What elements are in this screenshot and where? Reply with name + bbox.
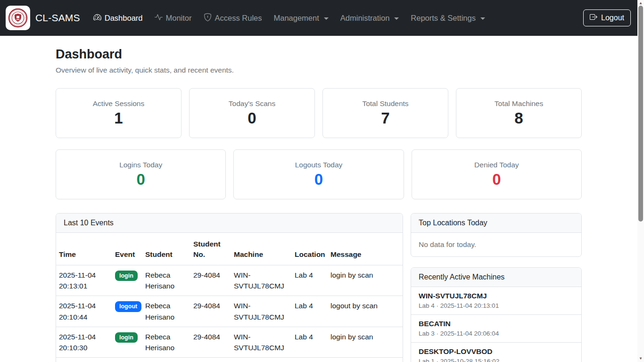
- main-content: Dashboard Overview of live activity, qui…: [0, 36, 637, 362]
- nav-item-administration[interactable]: Administration: [338, 10, 402, 26]
- stat-card-logins-today: Logins Today 0: [56, 149, 226, 199]
- event-time: 2025-11-04 20:13:01: [56, 265, 111, 296]
- chevron-down-icon: [324, 17, 329, 20]
- stat-label: Denied Today: [474, 161, 519, 169]
- event-student-no: 29-4084: [190, 327, 230, 358]
- nav-item-reports-settings[interactable]: Reports & Settings: [408, 10, 488, 26]
- scrollbar[interactable]: ▲ ▼: [637, 0, 644, 362]
- last-events-card: Last 10 Events Time Event Student Studen…: [56, 213, 403, 362]
- stat-label: Today's Scans: [229, 99, 275, 108]
- nav-label: Management: [273, 14, 319, 23]
- event-message: login by scan: [327, 265, 403, 296]
- events-header-row: Time Event Student Student No. Machine L…: [56, 233, 403, 265]
- nav-item-monitor[interactable]: Monitor: [152, 9, 195, 27]
- seal-icon: [8, 8, 28, 28]
- scrollbar-thumb[interactable]: [638, 6, 643, 222]
- status-badge: login: [115, 271, 138, 281]
- event-machine: WIN-SVTUJL78CMJ: [230, 296, 291, 327]
- event-student: Rebeca Herisano: [141, 265, 190, 296]
- event-time: 2025-11-04 20:10:44: [56, 296, 111, 327]
- stat-card-todays-scans: Today's Scans 0: [189, 88, 315, 138]
- event-location: Lab 4: [291, 265, 327, 296]
- stat-card-total-students: Total Students 7: [322, 88, 448, 138]
- stat-value: 8: [514, 109, 523, 127]
- chevron-down-icon: [394, 17, 399, 20]
- stat-label: Logouts Today: [295, 161, 343, 169]
- stat-label: Total Students: [362, 99, 408, 108]
- logout-label: Logout: [601, 14, 624, 22]
- event-machine: WIN-SVTUJL78CMJ: [230, 327, 291, 358]
- event-location: Lab 4: [291, 327, 327, 358]
- stats-row-2: Logins Today 0 Logouts Today 0 Denied To…: [56, 149, 582, 199]
- event-time: 2025-11-04 20:10:30: [56, 327, 111, 358]
- nav-links: Dashboard Monitor Access Rules: [91, 9, 488, 27]
- col-header-student: Student: [141, 233, 190, 265]
- logout-button[interactable]: Logout: [583, 9, 631, 26]
- col-header-event: Event: [111, 233, 141, 265]
- last-events-title: Last 10 Events: [56, 214, 403, 233]
- stat-value: 0: [314, 171, 323, 189]
- nav-label: Reports & Settings: [411, 14, 476, 23]
- list-item: BECATIN Lab 3 · 2025-11-04 20:06:04: [411, 315, 581, 343]
- table-row: 2025-11-04 20:10:30 login Rebeca Herisan…: [56, 327, 403, 358]
- event-location: Lab 4: [291, 296, 327, 327]
- stat-label: Logins Today: [119, 161, 162, 169]
- box-arrow-right-icon: [590, 13, 597, 23]
- events-table: Time Event Student Student No. Machine L…: [56, 233, 403, 362]
- status-badge: logout: [115, 301, 141, 312]
- table-row: 2025-11-04 20:10:44 logout Rebeca Herisa…: [56, 296, 403, 327]
- event-machine: WIN-SVTUJL78CMJ: [230, 265, 291, 296]
- event-student-no: 29-4084: [190, 265, 230, 296]
- event-time: 2025-11-04 20:10:27: [56, 358, 111, 362]
- shield-icon: [204, 13, 212, 23]
- col-header-location: Location: [291, 233, 327, 265]
- machine-detail: Lab 4 · 2025-11-04 20:13:01: [419, 302, 574, 309]
- brand-name: CL-SAMS: [35, 12, 80, 24]
- col-header-message: Message: [327, 233, 403, 265]
- chevron-down-icon: [480, 17, 485, 20]
- event-message: logout by scan: [327, 358, 403, 362]
- nav-item-dashboard[interactable]: Dashboard: [91, 9, 146, 27]
- stat-card-denied-today: Denied Today 0: [412, 149, 582, 199]
- stat-value: 1: [114, 109, 123, 127]
- scrollbar-down-arrow[interactable]: ▼: [637, 355, 644, 362]
- machine-name: BECATIN: [419, 320, 574, 328]
- page-title: Dashboard: [56, 47, 582, 62]
- nav-label: Administration: [340, 14, 390, 23]
- stat-label: Active Sessions: [93, 99, 144, 108]
- nav-label: Access Rules: [215, 14, 262, 23]
- stats-row-1: Active Sessions 1 Today's Scans 0 Total …: [56, 88, 582, 138]
- list-item: WIN-SVTUJL78CMJ Lab 4 · 2025-11-04 20:13…: [411, 287, 581, 315]
- stat-value: 0: [136, 171, 145, 189]
- right-column: Top Locations Today No data for today. R…: [411, 213, 582, 362]
- machine-name: DESKTOP-LOVVBOD: [419, 347, 574, 356]
- event-location: Lab 4: [291, 358, 327, 362]
- machine-detail: Lab 3 · 2025-11-04 20:06:04: [419, 330, 574, 337]
- top-locations-card: Top Locations Today No data for today.: [411, 213, 582, 257]
- speedometer-icon: [93, 13, 101, 23]
- brand[interactable]: CL-SAMS: [6, 6, 80, 30]
- list-item: DESKTOP-LOVVBOD Lab 1 · 2025-10-28 15:16…: [411, 343, 581, 362]
- nav-item-management[interactable]: Management: [271, 10, 331, 26]
- event-message: login by scan: [327, 327, 403, 358]
- table-row: 2025-11-04 20:13:01 login Rebeca Herisan…: [56, 265, 403, 296]
- university-seal-logo: [6, 6, 30, 30]
- top-locations-empty-text: No data for today.: [411, 233, 581, 256]
- nav-label: Monitor: [166, 14, 192, 23]
- event-student: Rebeca Herisano: [141, 327, 190, 358]
- col-header-machine: Machine: [230, 233, 291, 265]
- top-navbar: CL-SAMS Dashboard Monitor: [0, 0, 637, 36]
- stat-value: 0: [492, 171, 501, 189]
- event-student-no: 29-4084: [190, 358, 230, 362]
- stat-label: Total Machines: [495, 99, 543, 108]
- event-student: Rebeca Herisano: [141, 296, 190, 327]
- page: CL-SAMS Dashboard Monitor: [0, 0, 637, 362]
- col-header-time: Time: [56, 233, 111, 265]
- stat-card-active-sessions: Active Sessions 1: [56, 88, 182, 138]
- nav-item-access-rules[interactable]: Access Rules: [201, 9, 265, 27]
- event-machine: WIN-SVTUJL78CMJ: [230, 358, 291, 362]
- recent-machines-title: Recently Active Machines: [411, 268, 581, 287]
- page-subtitle: Overview of live activity, quick stats, …: [56, 66, 582, 74]
- activity-icon: [155, 13, 163, 23]
- stat-value: 0: [248, 109, 256, 127]
